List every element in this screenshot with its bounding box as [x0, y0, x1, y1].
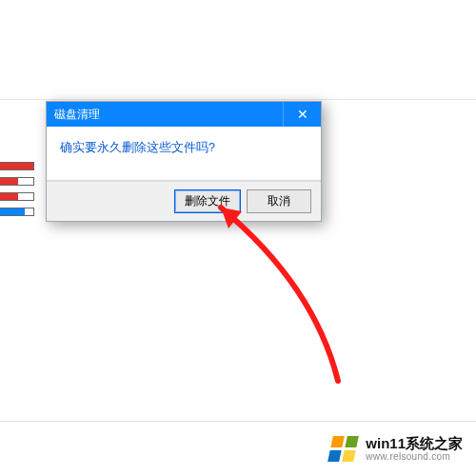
disk-cleanup-dialog: 磁盘清理 ✕ 确实要永久删除这些文件吗? 删除文件 取消	[46, 101, 322, 222]
dialog-body: 确实要永久删除这些文件吗?	[47, 127, 321, 180]
annotation-arrow	[200, 190, 362, 400]
close-button[interactable]: ✕	[283, 102, 321, 127]
usage-bar-1	[0, 162, 34, 170]
dialog-titlebar[interactable]: 磁盘清理 ✕	[47, 102, 321, 127]
cancel-button[interactable]: 取消	[247, 189, 311, 213]
brand-line-2: www.relsound.com	[366, 451, 463, 463]
delete-files-button[interactable]: 删除文件	[174, 189, 241, 213]
usage-bar-3	[0, 192, 34, 201]
background-usage-bars	[0, 162, 34, 223]
watermark-footer: win11系统之家 www.relsound.com	[0, 421, 476, 476]
usage-bar-4	[0, 208, 34, 216]
dialog-footer: 删除文件 取消	[47, 181, 321, 221]
brand-text: win11系统之家 www.relsound.com	[366, 435, 463, 463]
dialog-message: 确实要永久删除这些文件吗?	[60, 141, 215, 154]
close-icon: ✕	[297, 107, 308, 122]
usage-bar-2	[0, 177, 34, 186]
windows-logo-icon	[327, 436, 359, 462]
dialog-title: 磁盘清理	[54, 107, 100, 123]
separator-line	[0, 99, 476, 100]
brand-line-1: win11系统之家	[366, 435, 463, 451]
